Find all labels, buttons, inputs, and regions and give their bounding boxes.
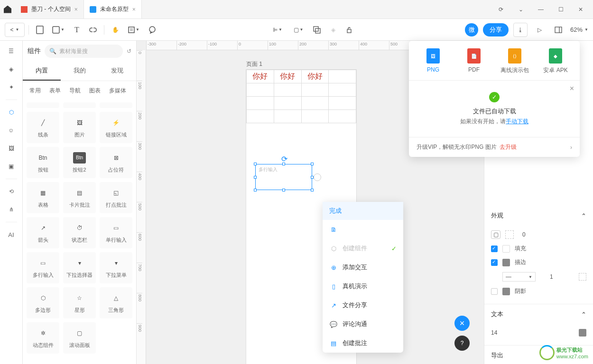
component-item[interactable]: ▭单行输入 — [100, 217, 132, 248]
action-add-interaction[interactable]: ⊕添加交互 — [323, 258, 403, 277]
cat-nav[interactable]: 导航 — [65, 85, 84, 97]
link-tool[interactable] — [86, 23, 100, 37]
manual-download-link[interactable]: 手动下载 — [506, 118, 528, 125]
zoom-display[interactable]: 62%▼ — [570, 26, 588, 33]
micro-button[interactable]: 微 — [465, 23, 478, 36]
action-create-component[interactable]: ⬡创建组件✓ — [323, 239, 403, 258]
lock-tool[interactable] — [342, 23, 356, 37]
component-item[interactable]: ◱打点批注 — [100, 182, 132, 213]
stroke-swatch[interactable] — [502, 259, 510, 266]
shape-tool[interactable]: ▼ — [49, 23, 68, 37]
stroke-width[interactable]: 1 — [550, 273, 553, 280]
section-appearance[interactable]: 外观⌃ — [484, 206, 593, 226]
search-input[interactable]: 🔍 素材海量搜 — [45, 45, 123, 58]
action-device-preview[interactable]: ▯真机演示 — [323, 277, 403, 296]
rail-layers[interactable]: ◈ — [6, 64, 17, 75]
component-item[interactable]: ↗箭头 — [27, 217, 59, 248]
component-item[interactable]: Btn按钮2 — [63, 147, 96, 178]
component-item[interactable]: ▾下拉菜单 — [100, 252, 132, 283]
shadow-checkbox[interactable] — [491, 288, 498, 295]
fill-checkbox[interactable] — [491, 246, 498, 252]
component-item[interactable]: ✲动态组件 — [27, 322, 59, 354]
text-color-swatch[interactable] — [579, 329, 586, 337]
action-file-share[interactable]: ↗文件分享 — [323, 296, 403, 315]
export-tab-pdf[interactable]: 📄PDF — [454, 48, 494, 74]
rail-share[interactable]: ⋔ — [6, 204, 17, 215]
cat-media[interactable]: 多媒体 — [105, 85, 130, 97]
panel-toggle[interactable] — [551, 23, 565, 37]
action-save-component[interactable]: 🗎 — [323, 220, 403, 239]
action-annotate[interactable]: ▤创建批注 — [323, 334, 403, 353]
rail-assets[interactable]: ✦ — [6, 82, 17, 93]
maximize-button[interactable]: ☐ — [553, 2, 568, 17]
canvas-table[interactable]: 你好你好你好 — [246, 70, 356, 123]
component-item[interactable]: ▤卡片批注 — [63, 182, 96, 213]
close-button[interactable]: ✕ — [573, 2, 588, 17]
component-item[interactable]: ⚡链接区域 — [100, 112, 132, 143]
component-item[interactable]: ╱线条 — [27, 112, 59, 143]
cat-chart[interactable]: 图表 — [85, 85, 104, 97]
component-item[interactable]: ▾下拉选择器 — [63, 252, 96, 283]
radius-value[interactable]: 0 — [522, 231, 526, 238]
close-icon[interactable]: × — [132, 6, 136, 13]
home-button[interactable] — [0, 2, 15, 17]
component-item[interactable]: 🖼图片 — [63, 112, 96, 143]
rail-emoji[interactable]: ☺ — [6, 125, 17, 136]
rail-components[interactable]: ⬡ — [6, 107, 17, 118]
close-icon[interactable]: × — [74, 6, 78, 13]
fontsize-value[interactable]: 14 — [491, 329, 497, 336]
export-tab-offline[interactable]: ⟨⟩离线演示包 — [494, 48, 535, 74]
rail-tree[interactable]: ⟲ — [6, 186, 17, 197]
refresh-button[interactable]: ⟳ — [493, 2, 509, 17]
tab-builtin[interactable]: 内置 — [23, 62, 61, 81]
text-tool[interactable]: T — [70, 23, 84, 37]
stroke-checkbox[interactable] — [491, 259, 498, 266]
comment-tool[interactable] — [145, 23, 159, 37]
action-comment[interactable]: 💬评论沟通 — [323, 315, 403, 334]
fab-close[interactable]: × — [454, 316, 470, 331]
page-tool[interactable] — [33, 23, 47, 37]
upgrade-link[interactable]: 去升级 — [500, 143, 517, 151]
component-item[interactable]: Btn按钮 — [27, 147, 59, 178]
tab-prototype[interactable]: 未命名原型 × — [84, 0, 142, 18]
align-tool[interactable]: ⊫▼ — [268, 23, 287, 37]
cat-form[interactable]: 表单 — [46, 85, 65, 97]
minimize-button[interactable]: — — [533, 2, 548, 17]
component-tool[interactable]: ◈ — [326, 23, 340, 37]
section-text[interactable]: 文本⌃ — [484, 304, 593, 324]
hand-tool[interactable]: ✋ — [108, 23, 122, 37]
component-item[interactable]: ▭多行输入 — [27, 252, 59, 283]
close-icon[interactable]: × — [570, 84, 574, 93]
component-item[interactable]: ▦表格 — [27, 182, 59, 213]
fab-help[interactable]: ? — [454, 336, 470, 351]
rail-images[interactable]: 🖼 — [6, 143, 17, 154]
component-item[interactable]: ⊠占位符 — [100, 147, 132, 178]
chevron-down-icon[interactable]: ⌄ — [513, 2, 528, 17]
shadow-swatch[interactable] — [502, 288, 510, 295]
back-button[interactable]: <▼ — [5, 23, 25, 37]
download-button[interactable]: ⭳ — [513, 23, 528, 37]
tab-workspace[interactable]: 墨刀 - 个人空间 × — [15, 0, 84, 18]
arrange-tool[interactable]: ▢▼ — [289, 23, 308, 37]
component-item[interactable]: △三角形 — [100, 287, 132, 318]
component-item[interactable]: ▢滚动面板 — [63, 322, 96, 354]
component-item[interactable]: ⏱状态栏 — [63, 217, 96, 248]
history-icon[interactable]: ↺ — [127, 48, 131, 55]
fill-swatch[interactable] — [502, 245, 510, 253]
export-tab-png[interactable]: 🖼PNG — [413, 48, 454, 74]
play-button[interactable]: ▷ — [532, 23, 547, 37]
chevron-right-icon[interactable]: › — [570, 144, 572, 151]
tab-discover[interactable]: 发现 — [98, 62, 136, 81]
cat-common[interactable]: 常用 — [26, 85, 45, 97]
component-item[interactable]: ⬡多边形 — [27, 287, 59, 318]
rail-icons[interactable]: ▣ — [6, 161, 17, 172]
rail-ai[interactable]: AI — [6, 229, 17, 240]
component-item[interactable]: ☆星形 — [63, 287, 96, 318]
group-tool[interactable] — [310, 23, 324, 37]
rail-outline[interactable]: ☰ — [6, 46, 17, 57]
export-tab-apk[interactable]: ◆安卓 APK — [535, 48, 576, 74]
note-tool[interactable]: ▼ — [124, 23, 143, 37]
tab-mine[interactable]: 我的 — [61, 62, 99, 81]
selected-element[interactable]: 多行输入 — [255, 164, 312, 190]
share-button[interactable]: 分享 — [483, 23, 509, 36]
